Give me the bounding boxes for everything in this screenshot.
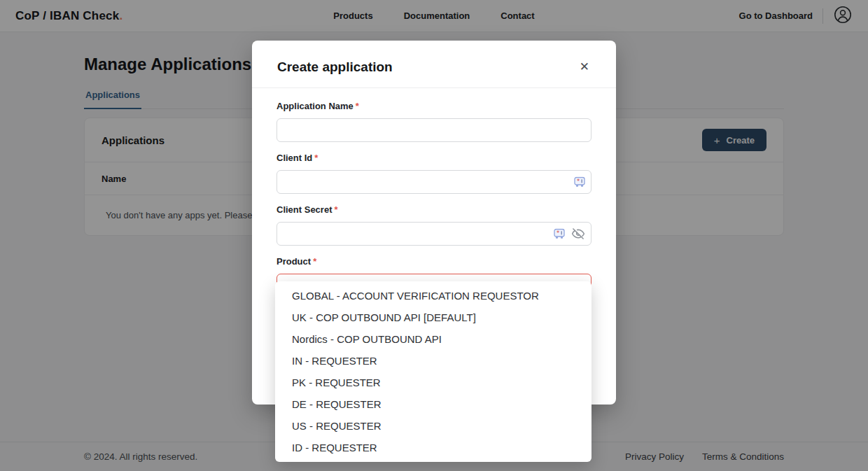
autofill-vault-icon[interactable]: *: [554, 229, 565, 239]
autofill-vault-icon[interactable]: *: [574, 177, 585, 188]
client-id-label: Client Id*: [276, 153, 592, 164]
svg-text:*: *: [577, 178, 580, 185]
client-secret-label-text: Client Secret: [276, 204, 332, 215]
required-asterisk: *: [356, 101, 359, 111]
required-asterisk: *: [314, 153, 318, 163]
client-id-group: Client Id* *: [276, 153, 592, 194]
product-label: Product*: [276, 256, 592, 267]
client-id-wrap: *: [276, 170, 592, 194]
eye-off-icon[interactable]: [571, 227, 585, 241]
application-name-group: Application Name*: [276, 101, 592, 142]
product-option[interactable]: ID - REQUESTER: [275, 437, 592, 458]
application-name-label: Application Name*: [276, 101, 592, 112]
product-label-text: Product: [276, 256, 311, 267]
product-dropdown: GLOBAL - ACCOUNT VERIFICATION REQUESTOR …: [275, 281, 592, 462]
application-name-wrap: [276, 118, 592, 142]
svg-text:*: *: [556, 230, 559, 237]
client-id-input[interactable]: [276, 170, 592, 194]
close-icon[interactable]: ✕: [577, 57, 592, 77]
application-name-input[interactable]: [276, 118, 592, 142]
client-id-label-text: Client Id: [276, 153, 312, 163]
product-option[interactable]: GLOBAL - ACCOUNT VERIFICATION REQUESTOR: [275, 285, 592, 307]
required-asterisk: *: [334, 204, 337, 215]
product-option[interactable]: DE - REQUESTER: [275, 393, 592, 415]
application-name-label-text: Application Name: [276, 101, 354, 111]
product-option[interactable]: UK - COP OUTBOUND API [DEFAULT]: [275, 307, 592, 328]
modal-title: Create application: [277, 57, 393, 77]
client-secret-input[interactable]: [276, 222, 592, 246]
modal-body: Application Name* Client Id* *: [252, 88, 616, 297]
client-secret-wrap: *: [276, 222, 592, 246]
required-asterisk: *: [313, 256, 316, 267]
client-secret-group: Client Secret* *: [276, 204, 592, 246]
product-option[interactable]: IN - REQUESTER: [275, 350, 592, 372]
product-option[interactable]: Nordics - COP OUTBOUND API: [275, 328, 592, 350]
product-option[interactable]: PK - REQUESTER: [275, 372, 592, 393]
product-option[interactable]: US - REQUESTER: [275, 415, 592, 437]
client-secret-label: Client Secret*: [276, 204, 592, 216]
modal-header: Create application ✕: [252, 41, 616, 77]
app-viewport: CoP / IBAN Check. Products Documentation…: [0, 0, 868, 471]
